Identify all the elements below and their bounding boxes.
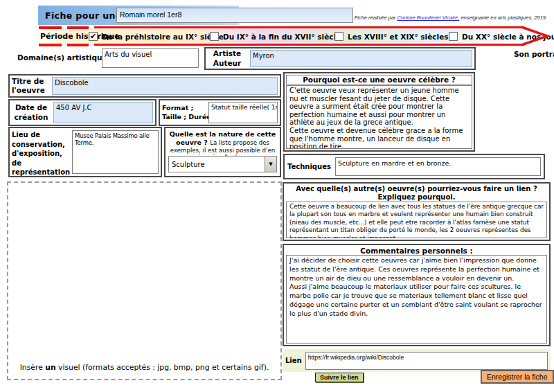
date-input[interactable]: 450 AV J.C <box>53 102 153 123</box>
periode-historique-band: Période historique ✔ De la préhistoire a… <box>35 28 524 44</box>
nature-dropdown-value: Sculpture <box>169 161 265 168</box>
chevron-down-icon[interactable]: ▼ <box>265 157 276 172</box>
visual-caption-prefix: Insère <box>20 363 46 372</box>
band-top-line <box>94 26 524 28</box>
band-dash-top-1 <box>39 26 62 29</box>
lieu-box: Lieu de conservation, d'exposition, de r… <box>8 127 162 177</box>
credit-suffix: enseignante en arts plastiques, 2019 <box>459 15 546 21</box>
lieu-label: Lieu de conservation, d'exposition, de r… <box>12 130 70 174</box>
format-label: Format ; Taille ; Durée <box>162 104 206 121</box>
pourquoi-title: Pourquoi est-ce une oeuvre célèbre ? <box>286 75 472 84</box>
periode-option-1-label: De la préhistoire au IX° siècle <box>102 33 224 41</box>
checkbox-ix-xvii[interactable] <box>210 32 219 41</box>
artiste-input[interactable]: Myron <box>250 50 472 67</box>
credit-line: Fiche réalisée par Corinne Bourdenet Vic… <box>355 15 546 21</box>
credit-prefix: Fiche réalisée par <box>355 15 397 21</box>
commentaires-box: Commentaires personnels : J'ai décider d… <box>283 244 551 346</box>
checkbox-xviii-xix[interactable] <box>334 32 343 41</box>
format-input[interactable]: Statut taille réelle( 1m56 <box>208 102 278 123</box>
date-label: Date de création <box>12 103 51 121</box>
techniques-label: Techniques <box>287 163 331 170</box>
titre-input[interactable]: Discobole <box>52 77 278 95</box>
format-label-line1: Format ; <box>162 104 206 112</box>
techniques-input[interactable]: Sculpture en mardre et en bronze. <box>335 157 541 176</box>
lieu-input[interactable]: Musee Palais Massimo alle Terme. <box>72 130 159 174</box>
band-dash-bottom-1 <box>39 44 62 46</box>
artiste-label: Artiste Auteur <box>208 49 247 67</box>
titre-box: Titre de l'oeuvre Discobole <box>8 74 281 98</box>
lien-oeuvres-textarea[interactable]: Cette oeuvre a beaucoup de lien avec tou… <box>286 202 547 238</box>
periode-option-2-label: Du IX° à la fin du XVII° siècle <box>223 33 341 41</box>
checkbox-xx[interactable] <box>449 32 458 41</box>
checkbox-prehistoire[interactable]: ✔ <box>89 32 98 41</box>
nature-dropdown[interactable]: Sculpture ▼ <box>168 156 277 172</box>
format-label-line2: Taille ; Durée <box>162 113 206 121</box>
lien-area: Lien https://fr.wikipedia.org/wiki/Disco… <box>283 349 551 372</box>
periode-option-3: Les XVIII° et XIX° siècles <box>334 28 449 44</box>
format-box: Format ; Taille ; Durée Statut taille ré… <box>159 99 281 126</box>
lien-oeuvres-box: Avec quelle(s) autre(s) oeuvre(s) pourri… <box>283 182 551 241</box>
visual-caption-suffix: visuel (formats acceptés : jpg, bmp, png… <box>56 363 269 372</box>
periode-option-3-label: Les XVIII° et XIX° siècles <box>348 33 449 41</box>
lien-label: Lien <box>285 357 302 364</box>
band-bottom-line <box>94 44 524 46</box>
commentaires-title: Commentaires personnels : <box>286 247 547 255</box>
pourquoi-textarea[interactable]: C'ette oeuvre veux représenter un jeune … <box>286 85 472 149</box>
band-dash-top-2 <box>67 26 89 29</box>
visual-dropzone[interactable]: Insère un visuel (formats acceptés : jpg… <box>7 181 282 380</box>
lien-oeuvres-title-line2: Expliquez pourquoi. <box>286 193 547 202</box>
follow-link-button[interactable]: Suivre le lien <box>315 373 364 382</box>
visual-caption-bold: un <box>45 363 55 372</box>
credit-author-link[interactable]: Corinne Bourdenet Vicaire, <box>397 15 459 21</box>
periode-option-1: ✔ De la préhistoire au IX° siècle <box>89 28 224 44</box>
commentaires-textarea[interactable]: J'ai décider de choisir cette oeuvres ca… <box>286 255 547 344</box>
artiste-box: Artiste Auteur Myron <box>204 47 476 70</box>
date-box: Date de création 450 AV J.C <box>8 99 157 126</box>
periode-option-2: Du IX° à la fin du XVII° siècle <box>210 28 341 44</box>
portrait-label: Son portrait <box>514 50 554 58</box>
author-name-input[interactable]: Romain morel 1er8 <box>116 8 353 23</box>
nature-box: Quelle est la nature de cette oeuvre ? L… <box>164 127 281 177</box>
arrow-right-icon <box>521 26 550 47</box>
techniques-box: Techniques Sculpture en mardre et en bro… <box>283 154 545 179</box>
lien-oeuvres-title-line1: Avec quelle(s) autre(s) oeuvre(s) pourri… <box>286 185 547 193</box>
lien-url-input[interactable]: https://fr.wikipedia.org/wiki/Discobole <box>305 352 548 370</box>
band-dash-bottom-2 <box>67 44 89 46</box>
domaine-input[interactable]: Arts du visuel <box>102 48 199 68</box>
visual-caption: Insère un visuel (formats acceptés : jpg… <box>8 363 280 372</box>
fiche-oeuvre-form: Fiche pour une oeuvre par Romain morel 1… <box>0 0 554 392</box>
titre-label: Titre de l'oeuvre <box>12 77 49 95</box>
pourquoi-box: Pourquoi est-ce une oeuvre célèbre ? C'e… <box>283 72 475 152</box>
save-fiche-button[interactable]: Enregistrer la fiche <box>481 370 554 384</box>
